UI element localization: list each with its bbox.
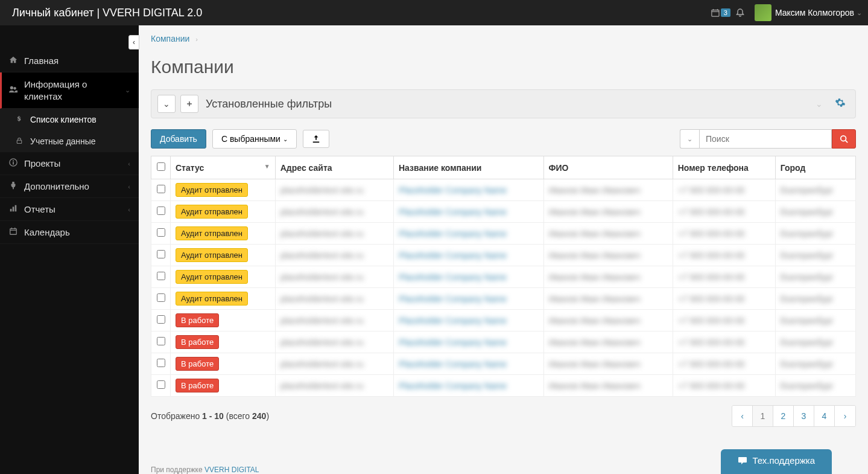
blurred-cell: Екатеринбург (781, 381, 834, 391)
sidebar-item-label: Главная (24, 56, 130, 66)
calendar-notif-icon[interactable]: 3 (711, 0, 730, 25)
table-row[interactable]: Аудит отправленplaceholdertext-site.ruPl… (151, 245, 856, 266)
col-city[interactable]: Город (775, 156, 855, 179)
table-row[interactable]: Аудит отправленplaceholdertext-site.ruPl… (151, 223, 856, 245)
col-status[interactable]: Статус▼ (171, 156, 276, 179)
select-all-checkbox[interactable] (157, 162, 165, 171)
tech-support-button[interactable]: Тех.поддержка (721, 449, 832, 474)
filter-collapse-button[interactable]: ⌄ (157, 95, 176, 113)
blurred-cell: +7 900 000-00-00 (678, 272, 745, 282)
filter-options-chevron-icon[interactable]: ⌄ (812, 99, 826, 109)
svg-line-18 (846, 141, 848, 143)
blurred-cell: Иванов Иван Иванович (549, 294, 641, 304)
search-button[interactable] (832, 129, 856, 149)
brand-title: Личный кабинет | VVERH DIGITAL 2.0 (12, 7, 202, 19)
row-checkbox[interactable] (157, 337, 165, 345)
table-row[interactable]: В работеplaceholdertext-site.ruPlacehold… (151, 375, 856, 397)
table-row[interactable]: В работеplaceholdertext-site.ruPlacehold… (151, 331, 856, 353)
status-badge: В работе (176, 379, 219, 392)
sidebar-item[interactable]: Календарь (0, 221, 139, 244)
blurred-cell: Иванов Иван Иванович (549, 207, 641, 217)
blurred-cell: Иванов Иван Иванович (549, 316, 641, 325)
blurred-cell: Placeholder Company Name (399, 359, 507, 369)
blurred-cell: +7 900 000-00-00 (678, 229, 745, 239)
user-name[interactable]: Максим Колмогоров (775, 8, 854, 18)
blurred-cell: Placeholder Company Name (399, 338, 507, 347)
row-checkbox[interactable] (157, 250, 165, 258)
users-icon (8, 85, 18, 95)
table-row[interactable]: Аудит отправленplaceholdertext-site.ruPl… (151, 266, 856, 288)
row-checkbox[interactable] (157, 185, 165, 193)
table-row[interactable]: Аудит отправленplaceholdertext-site.ruPl… (151, 179, 856, 201)
svg-rect-11 (13, 207, 14, 211)
blurred-cell: +7 900 000-00-00 (678, 294, 745, 304)
row-checkbox[interactable] (157, 315, 165, 324)
row-checkbox[interactable] (157, 272, 165, 280)
sidebar-item[interactable]: Отчеты‹ (0, 198, 139, 221)
col-phone[interactable]: Номер телефона (673, 156, 775, 179)
blurred-cell: Иванов Иван Иванович (549, 185, 641, 195)
row-checkbox[interactable] (157, 380, 165, 389)
chevron-icon: ‹ (128, 206, 130, 213)
sidebar-item[interactable]: Главная (0, 50, 139, 72)
svg-rect-9 (13, 161, 14, 162)
add-button[interactable]: Добавить (151, 129, 206, 149)
blurred-cell: placeholdertext-site.ru (280, 272, 364, 282)
filter-settings-icon[interactable] (831, 97, 849, 111)
toolbar: Добавить С выбранными ⌄ ⌄ (151, 129, 856, 149)
sidebar-item[interactable]: Информация о клиентах⌄ (0, 72, 139, 109)
breadcrumb-link[interactable]: Компании (151, 34, 189, 43)
blurred-cell: Екатеринбург (781, 294, 834, 304)
sidebar-item[interactable]: Дополнительно‹ (0, 175, 139, 198)
search-input[interactable] (699, 129, 832, 149)
row-checkbox[interactable] (157, 207, 165, 215)
col-company[interactable]: Название компании (393, 156, 543, 179)
row-checkbox[interactable] (157, 359, 165, 367)
table-row[interactable]: В работеplaceholdertext-site.ruPlacehold… (151, 353, 856, 375)
col-site[interactable]: Адрес сайта (275, 156, 393, 179)
upload-button[interactable] (303, 130, 329, 148)
blurred-cell: Placeholder Company Name (399, 272, 507, 282)
table-row[interactable]: В работеplaceholdertext-site.ruPlacehold… (151, 310, 856, 331)
pager-page[interactable]: 2 (773, 406, 794, 426)
blurred-cell: +7 900 000-00-00 (678, 338, 745, 347)
pager-page[interactable]: 1 (753, 406, 773, 426)
sort-desc-icon: ▼ (264, 163, 270, 170)
avatar[interactable] (755, 4, 771, 21)
table-row[interactable]: Аудит отправленplaceholdertext-site.ruPl… (151, 201, 856, 223)
chevron-down-icon: ⌄ (283, 136, 288, 143)
sidebar: ‹ ГлавнаяИнформация о клиентах⌄Список кл… (0, 25, 139, 474)
blurred-cell: placeholdertext-site.ru (280, 359, 364, 369)
sidebar-collapse-button[interactable]: ‹ (128, 35, 139, 50)
pager-next[interactable]: › (835, 406, 855, 426)
sidebar-item[interactable]: Проекты‹ (0, 152, 139, 175)
support-link[interactable]: VVERH DIGITAL (204, 466, 259, 474)
blurred-cell: Екатеринбург (781, 272, 834, 282)
blurred-cell: Иванов Иван Иванович (549, 359, 641, 369)
pager-prev[interactable]: ‹ (732, 406, 753, 426)
filter-add-button[interactable]: ＋ (180, 95, 198, 113)
chevron-icon: ‹ (128, 183, 130, 190)
sidebar-subitem[interactable]: Список клиентов (0, 109, 139, 130)
selected-actions-button[interactable]: С выбранными ⌄ (212, 129, 297, 149)
sidebar-subitem[interactable]: Учетные данные (0, 130, 139, 152)
blurred-cell: Placeholder Company Name (399, 294, 507, 304)
breadcrumb-chevron-icon: › (195, 36, 198, 43)
companies-table: Статус▼ Адрес сайта Название компании ФИ… (151, 156, 856, 397)
col-fio[interactable]: ФИО (543, 156, 673, 179)
blurred-cell: +7 900 000-00-00 (678, 359, 745, 369)
chevron-icon: ⌄ (125, 86, 130, 94)
pager-page[interactable]: 3 (794, 406, 814, 426)
table-footer: Отображено 1 - 10 (всего 240) ‹1234› (151, 397, 856, 435)
pager-page[interactable]: 4 (814, 406, 835, 426)
row-checkbox[interactable] (157, 293, 165, 302)
status-badge: Аудит отправлен (176, 226, 248, 240)
user-chevron-down-icon[interactable]: ⌄ (857, 9, 862, 17)
row-checkbox[interactable] (157, 228, 165, 237)
search-scope-button[interactable]: ⌄ (680, 129, 699, 149)
table-row[interactable]: Аудит отправленplaceholdertext-site.ruPl… (151, 288, 856, 310)
status-badge: Аудит отправлен (176, 270, 248, 284)
blurred-cell: Иванов Иван Иванович (549, 229, 641, 239)
bell-icon[interactable] (730, 0, 750, 25)
sidebar-item-label: Список клиентов (30, 115, 130, 124)
